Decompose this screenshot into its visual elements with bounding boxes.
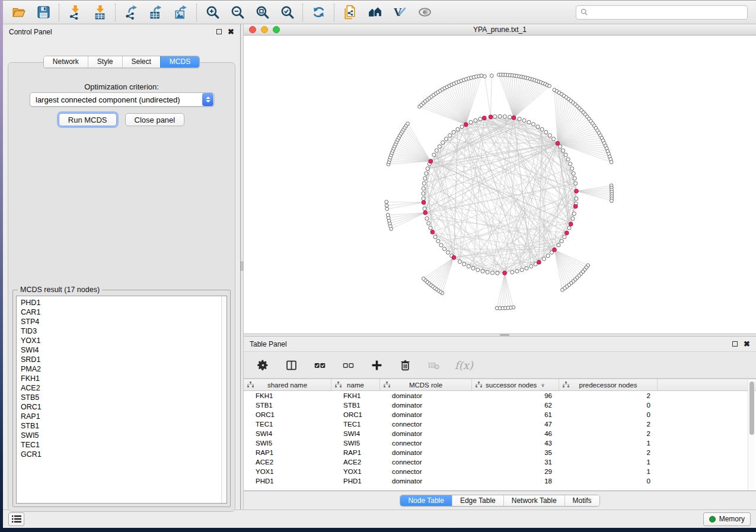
column-attribute-icon <box>247 382 254 388</box>
export-network-icon[interactable] <box>123 4 139 21</box>
close-panel-icon[interactable]: ✖ <box>744 341 750 347</box>
mcds-result-item[interactable]: TEC1 <box>21 440 221 450</box>
table-tab-motifs[interactable]: Motifs <box>564 495 599 506</box>
close-panel-icon[interactable]: ✖ <box>228 29 234 34</box>
column-header-successor-nodes[interactable]: successor nodes∨ <box>472 379 559 390</box>
mcds-result-item[interactable]: STB5 <box>21 393 221 402</box>
table-tab-node-table[interactable]: Node Table <box>400 495 452 506</box>
mcds-result-item[interactable]: TID3 <box>21 326 221 336</box>
deselect-all-icon[interactable] <box>341 358 355 372</box>
float-panel-icon[interactable] <box>732 341 738 347</box>
search-input[interactable] <box>576 5 748 20</box>
mcds-result-item[interactable]: STB1 <box>21 421 221 431</box>
tab-style[interactable]: Style <box>88 56 122 68</box>
table-header-row: shared namenameMCDS rolesuccessor nodes∨… <box>244 379 756 391</box>
table-panel-title: Table Panel <box>250 340 732 348</box>
cell-predecessor_nodes: 0 <box>559 402 658 409</box>
vizmapper-icon[interactable]: V <box>391 4 408 21</box>
table-row[interactable]: ACE2ACE2connector311 <box>244 457 756 467</box>
table-row[interactable]: STB1STB1dominator620 <box>244 400 756 410</box>
scrollbar-thumb[interactable] <box>749 382 754 435</box>
memory-button[interactable]: Memory <box>703 512 751 526</box>
home-icon[interactable] <box>366 4 383 21</box>
table-row[interactable]: FKH1FKH1dominator962 <box>244 391 756 400</box>
zoom-fit-icon[interactable] <box>254 4 270 21</box>
mcds-result-item[interactable]: STP4 <box>21 317 221 326</box>
open-folder-icon[interactable] <box>10 4 27 21</box>
run-mcds-button[interactable]: Run MCDS <box>59 113 117 126</box>
column-header-shared-name[interactable]: shared name <box>244 379 331 390</box>
close-panel-button[interactable]: Close panel <box>125 113 185 126</box>
network-window-titlebar[interactable]: YPA_prune.txt_1 <box>244 24 756 36</box>
export-table-icon[interactable] <box>148 4 164 21</box>
float-panel-icon[interactable] <box>216 29 222 34</box>
table-tab-edge-table[interactable]: Edge Table <box>452 495 503 506</box>
mcds-list-scrollbar[interactable] <box>221 296 227 503</box>
table-row[interactable]: PHD1PHD1dominator180 <box>244 476 756 486</box>
mcds-result-item[interactable]: RAP1 <box>21 412 221 421</box>
mcds-result-item[interactable]: SRD1 <box>21 355 221 364</box>
mcds-result-item[interactable]: CAR1 <box>21 307 221 317</box>
add-row-icon[interactable] <box>369 358 384 372</box>
cell-successor_nodes: 96 <box>472 392 559 399</box>
mcds-result-item[interactable]: ACE2 <box>21 383 221 393</box>
mcds-result-item[interactable]: YOX1 <box>21 336 221 345</box>
delete-table-icon[interactable] <box>426 358 441 372</box>
column-header-MCDS-role[interactable]: MCDS role <box>380 379 472 390</box>
select-all-icon[interactable] <box>312 358 327 372</box>
cell-predecessor_nodes: 2 <box>559 449 658 456</box>
refresh-icon[interactable] <box>310 4 327 21</box>
table-tab-network-table[interactable]: Network Table <box>503 495 564 506</box>
splitter-grip[interactable] <box>500 334 509 336</box>
tab-network[interactable]: Network <box>44 56 88 68</box>
splitter-grip[interactable] <box>241 261 243 271</box>
column-header-name[interactable]: name <box>331 379 380 390</box>
search-field[interactable] <box>591 8 743 17</box>
mcds-result-item[interactable]: PHD1 <box>21 298 221 307</box>
optimization-criterion-select[interactable]: largest connected component (undirected) <box>30 92 215 107</box>
mcds-result-item[interactable]: SWI4 <box>21 345 221 355</box>
export-image-icon[interactable] <box>173 4 189 21</box>
cell-name: SWI5 <box>331 440 380 447</box>
tab-mcds[interactable]: MCDS <box>160 56 199 68</box>
mcds-result-title: MCDS result (17 nodes) <box>18 286 102 294</box>
mcds-result-item[interactable]: PMA2 <box>21 364 221 374</box>
table-row[interactable]: SWI5SWI5connector431 <box>244 438 756 448</box>
cell-shared_name: RAP1 <box>244 449 331 456</box>
delete-row-icon[interactable] <box>398 358 412 372</box>
table-row[interactable]: SWI4SWI4dominator462 <box>244 429 756 438</box>
mcds-result-item[interactable]: ORC1 <box>21 402 221 412</box>
cell-name: TEC1 <box>331 421 380 428</box>
table-row[interactable]: TEC1TEC1connector472 <box>244 419 756 429</box>
new-network-from-selection-icon[interactable] <box>342 4 358 21</box>
table-scrollbar[interactable] <box>748 380 755 490</box>
import-table-icon[interactable] <box>91 4 108 21</box>
show-panels-list-button[interactable] <box>8 512 24 526</box>
cell-name: FKH1 <box>331 392 380 399</box>
mcds-result-item[interactable]: FKH1 <box>21 374 221 383</box>
import-network-icon[interactable] <box>66 4 83 21</box>
table-row[interactable]: ORC1ORC1dominator610 <box>244 410 756 419</box>
network-window-title: YPA_prune.txt_1 <box>244 25 756 34</box>
table-panel-header: Table Panel ✖ <box>244 336 756 351</box>
columns-icon[interactable] <box>284 358 298 372</box>
column-header-predecessor-nodes[interactable]: predecessor nodes <box>559 379 658 390</box>
zoom-in-icon[interactable] <box>204 4 221 21</box>
cell-shared_name: SWI4 <box>244 430 331 437</box>
network-canvas[interactable] <box>244 36 756 334</box>
settings-gear-icon[interactable] <box>256 358 270 372</box>
mcds-result-item[interactable]: GCR1 <box>21 450 221 459</box>
mcds-result-list[interactable]: PHD1CAR1STP4TID3YOX1SWI4SRD1PMA2FKH1ACE2… <box>16 296 227 504</box>
mcds-result-item[interactable]: SWI5 <box>21 431 221 440</box>
tab-select[interactable]: Select <box>122 56 160 68</box>
table-row[interactable]: YOX1YOX1connector291 <box>244 467 756 476</box>
hide-selected-icon[interactable] <box>416 4 433 21</box>
zoom-selected-icon[interactable] <box>279 4 295 21</box>
function-builder-icon[interactable]: f(x) <box>455 359 473 371</box>
zoom-out-icon[interactable] <box>229 4 245 21</box>
save-icon[interactable] <box>35 4 52 21</box>
horizontal-splitter[interactable] <box>244 334 756 336</box>
table-row[interactable]: RAP1RAP1dominator352 <box>244 448 756 457</box>
cell-mcds_role: dominator <box>380 449 472 456</box>
cell-mcds_role: dominator <box>380 411 472 418</box>
